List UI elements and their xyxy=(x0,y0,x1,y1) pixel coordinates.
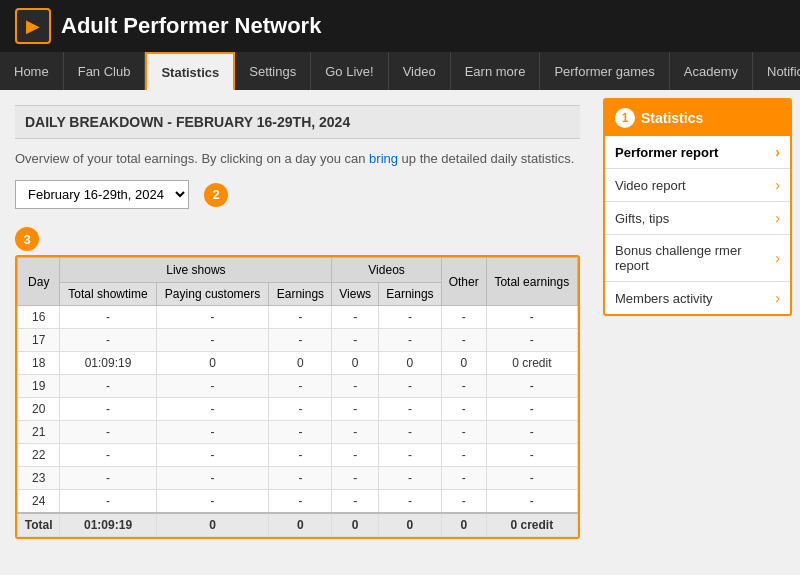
cell-views: - xyxy=(332,490,379,514)
cell-live-earnings: - xyxy=(269,490,332,514)
table-row[interactable]: 16 - - - - - - - xyxy=(18,306,578,329)
sidebar-box: 1 Statistics Performer report › Video re… xyxy=(603,98,792,316)
sidebar-item-performer-report[interactable]: Performer report › xyxy=(605,136,790,169)
cell-other: - xyxy=(441,375,486,398)
cell-total-customers: 0 xyxy=(156,513,269,537)
table-row[interactable]: 22 - - - - - - - xyxy=(18,444,578,467)
cell-live-earnings: 0 xyxy=(269,352,332,375)
nav-statistics[interactable]: Statistics xyxy=(145,52,235,90)
cell-vid-earnings: - xyxy=(378,398,441,421)
cell-vid-earnings: - xyxy=(378,490,441,514)
nav-academy[interactable]: Academy xyxy=(670,52,753,90)
table-total-row: Total 01:09:19 0 0 0 0 0 0 credit xyxy=(18,513,578,537)
cell-other: 0 xyxy=(441,352,486,375)
nav-home[interactable]: Home xyxy=(0,52,64,90)
sidebar-item-gifts-tips[interactable]: Gifts, tips › xyxy=(605,202,790,235)
sidebar-item-video-report[interactable]: Video report › xyxy=(605,169,790,202)
col-day: Day xyxy=(18,258,60,306)
cell-showtime: - xyxy=(60,329,156,352)
logo: ▶ Adult Performer Network xyxy=(15,8,321,44)
cell-total: - xyxy=(486,421,577,444)
bring-link[interactable]: bring xyxy=(369,151,398,166)
cell-customers: - xyxy=(156,329,269,352)
nav-earn-more[interactable]: Earn more xyxy=(451,52,541,90)
cell-total-live-earnings: 0 xyxy=(269,513,332,537)
cell-vid-earnings: 0 xyxy=(378,352,441,375)
nav-notifications[interactable]: Notifications xyxy=(753,52,800,90)
cell-day: 16 xyxy=(18,306,60,329)
cell-other: - xyxy=(441,329,486,352)
cell-total: - xyxy=(486,375,577,398)
table-row[interactable]: 21 - - - - - - - xyxy=(18,421,578,444)
cell-total-views: 0 xyxy=(332,513,379,537)
cell-views: - xyxy=(332,467,379,490)
badge-2: 2 xyxy=(204,183,228,207)
cell-showtime: 01:09:19 xyxy=(60,352,156,375)
cell-vid-earnings: - xyxy=(378,421,441,444)
cell-live-earnings: - xyxy=(269,421,332,444)
cell-total-other: 0 xyxy=(441,513,486,537)
date-select[interactable]: February 16-29th, 2024 xyxy=(15,180,189,209)
table-row[interactable]: 23 - - - - - - - xyxy=(18,467,578,490)
cell-vid-earnings: - xyxy=(378,375,441,398)
col-total-earnings: Total earnings xyxy=(486,258,577,306)
cell-day: 22 xyxy=(18,444,60,467)
cell-showtime: - xyxy=(60,467,156,490)
cell-day: 23 xyxy=(18,467,60,490)
cell-views: - xyxy=(332,329,379,352)
table-header-group-row: Day Live shows Videos Other Total earnin… xyxy=(18,258,578,283)
cell-showtime: - xyxy=(60,398,156,421)
cell-customers: - xyxy=(156,467,269,490)
cell-customers: - xyxy=(156,444,269,467)
stats-table-container: Day Live shows Videos Other Total earnin… xyxy=(15,255,580,539)
nav-performer-games[interactable]: Performer games xyxy=(540,52,669,90)
cell-views: - xyxy=(332,398,379,421)
cell-total: - xyxy=(486,398,577,421)
cell-views: - xyxy=(332,306,379,329)
cell-total: - xyxy=(486,467,577,490)
table-row[interactable]: 20 - - - - - - - xyxy=(18,398,578,421)
cell-showtime: - xyxy=(60,421,156,444)
cell-total-showtime: 01:09:19 xyxy=(60,513,156,537)
cell-live-earnings: - xyxy=(269,467,332,490)
page-heading: DAILY BREAKDOWN - FEBRUARY 16-29TH, 2024 xyxy=(15,105,580,139)
cell-showtime: - xyxy=(60,375,156,398)
description: Overview of your total earnings. By clic… xyxy=(15,151,580,166)
page-content: DAILY BREAKDOWN - FEBRUARY 16-29TH, 2024… xyxy=(0,90,800,575)
sidebar-item-members-activity[interactable]: Members activity › xyxy=(605,282,790,314)
table-row[interactable]: 18 01:09:19 0 0 0 0 0 0 credit xyxy=(18,352,578,375)
nav-video[interactable]: Video xyxy=(389,52,451,90)
cell-day: 18 xyxy=(18,352,60,375)
sidebar: 1 Statistics Performer report › Video re… xyxy=(595,90,800,575)
sidebar-badge: 1 xyxy=(615,108,635,128)
cell-other: - xyxy=(441,490,486,514)
sidebar-title: 1 Statistics xyxy=(605,100,790,136)
cell-live-earnings: - xyxy=(269,329,332,352)
cell-total-earnings-val: 0 credit xyxy=(486,513,577,537)
nav-fan-club[interactable]: Fan Club xyxy=(64,52,146,90)
cell-showtime: - xyxy=(60,306,156,329)
cell-views: 0 xyxy=(332,352,379,375)
table-row[interactable]: 19 - - - - - - - xyxy=(18,375,578,398)
cell-total-vid-earnings: 0 xyxy=(378,513,441,537)
nav-settings[interactable]: Settings xyxy=(235,52,311,90)
cell-day: 21 xyxy=(18,421,60,444)
col-group-videos: Videos xyxy=(332,258,442,283)
date-selector-row: February 16-29th, 2024 2 xyxy=(15,180,580,209)
col-total-showtime: Total showtime xyxy=(60,283,156,306)
cell-total: - xyxy=(486,306,577,329)
cell-showtime: - xyxy=(60,490,156,514)
table-row[interactable]: 17 - - - - - - - xyxy=(18,329,578,352)
table-body: 16 - - - - - - - 17 - - - - - - - 18 01:… xyxy=(18,306,578,537)
col-vid-earnings: Earnings xyxy=(378,283,441,306)
cell-other: - xyxy=(441,421,486,444)
app-title: Adult Performer Network xyxy=(61,13,321,39)
cell-day: 17 xyxy=(18,329,60,352)
sidebar-item-bonus-challenge[interactable]: Bonus challenge rmer report › xyxy=(605,235,790,282)
cell-total: - xyxy=(486,329,577,352)
col-live-earnings: Earnings xyxy=(269,283,332,306)
nav-go-live[interactable]: Go Live! xyxy=(311,52,388,90)
chevron-right-icon: › xyxy=(775,250,780,266)
stats-table: Day Live shows Videos Other Total earnin… xyxy=(17,257,578,537)
table-row[interactable]: 24 - - - - - - - xyxy=(18,490,578,514)
